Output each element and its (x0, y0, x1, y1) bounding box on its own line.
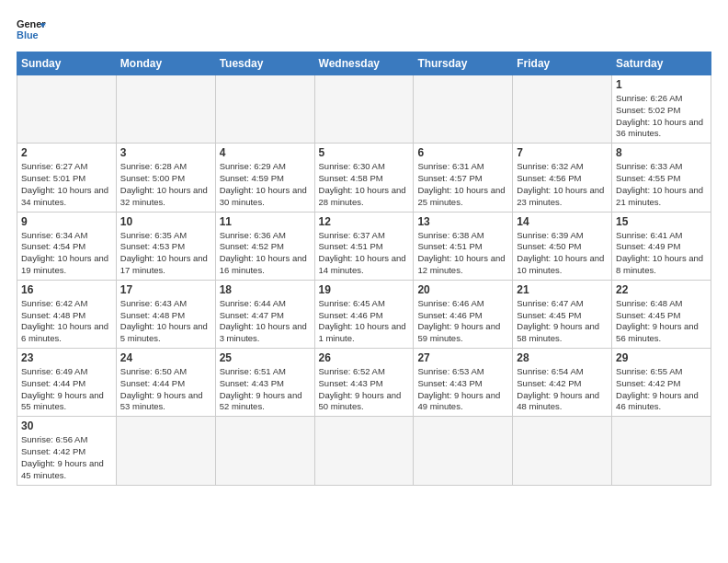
calendar-week-5: 23Sunrise: 6:49 AM Sunset: 4:44 PM Dayli… (17, 349, 711, 417)
calendar-cell: 16Sunrise: 6:42 AM Sunset: 4:48 PM Dayli… (17, 280, 117, 348)
day-info: Sunrise: 6:42 AM Sunset: 4:48 PM Dayligh… (21, 298, 112, 345)
day-number: 16 (21, 283, 112, 296)
calendar-cell: 15Sunrise: 6:41 AM Sunset: 4:49 PM Dayli… (612, 212, 711, 280)
day-info: Sunrise: 6:38 AM Sunset: 4:51 PM Dayligh… (417, 230, 508, 277)
calendar-cell: 9Sunrise: 6:34 AM Sunset: 4:54 PM Daylig… (17, 212, 117, 280)
day-info: Sunrise: 6:27 AM Sunset: 5:01 PM Dayligh… (21, 161, 112, 208)
day-number: 21 (517, 283, 608, 296)
calendar-cell: 8Sunrise: 6:33 AM Sunset: 4:55 PM Daylig… (612, 144, 711, 212)
day-info: Sunrise: 6:47 AM Sunset: 4:45 PM Dayligh… (517, 298, 608, 345)
day-info: Sunrise: 6:30 AM Sunset: 4:58 PM Dayligh… (319, 161, 410, 208)
day-info: Sunrise: 6:53 AM Sunset: 4:43 PM Dayligh… (417, 366, 508, 413)
day-info: Sunrise: 6:56 AM Sunset: 4:42 PM Dayligh… (21, 434, 112, 481)
day-number: 4 (220, 146, 311, 159)
day-info: Sunrise: 6:39 AM Sunset: 4:50 PM Dayligh… (517, 230, 608, 277)
calendar-cell: 18Sunrise: 6:44 AM Sunset: 4:47 PM Dayli… (215, 280, 314, 348)
calendar-cell: 28Sunrise: 6:54 AM Sunset: 4:42 PM Dayli… (513, 349, 612, 417)
calendar-cell (414, 417, 513, 485)
svg-text:Blue: Blue (17, 29, 39, 40)
calendar-cell (215, 75, 314, 144)
day-number: 7 (517, 146, 608, 159)
weekday-wednesday: Wednesday (314, 52, 414, 75)
day-number: 28 (517, 351, 608, 364)
day-number: 30 (21, 419, 112, 432)
calendar-cell: 27Sunrise: 6:53 AM Sunset: 4:43 PM Dayli… (414, 349, 513, 417)
day-info: Sunrise: 6:46 AM Sunset: 4:46 PM Dayligh… (417, 298, 508, 345)
calendar-cell: 13Sunrise: 6:38 AM Sunset: 4:51 PM Dayli… (414, 212, 513, 280)
day-info: Sunrise: 6:45 AM Sunset: 4:46 PM Dayligh… (319, 298, 410, 345)
calendar-cell: 22Sunrise: 6:48 AM Sunset: 4:45 PM Dayli… (612, 280, 711, 348)
weekday-sunday: Sunday (17, 52, 117, 75)
calendar-cell: 24Sunrise: 6:50 AM Sunset: 4:44 PM Dayli… (116, 349, 215, 417)
calendar-cell: 30Sunrise: 6:56 AM Sunset: 4:42 PM Dayli… (17, 417, 117, 485)
day-number: 2 (21, 146, 112, 159)
day-info: Sunrise: 6:26 AM Sunset: 5:02 PM Dayligh… (616, 93, 707, 140)
day-number: 19 (319, 283, 410, 296)
weekday-tuesday: Tuesday (215, 52, 314, 75)
day-info: Sunrise: 6:41 AM Sunset: 4:49 PM Dayligh… (616, 230, 707, 277)
calendar-table: SundayMondayTuesdayWednesdayThursdayFrid… (17, 52, 711, 486)
weekday-friday: Friday (513, 52, 612, 75)
calendar-cell: 26Sunrise: 6:52 AM Sunset: 4:43 PM Dayli… (314, 349, 414, 417)
day-number: 25 (220, 351, 311, 364)
weekday-thursday: Thursday (414, 52, 513, 75)
calendar-cell (314, 75, 414, 144)
calendar-cell: 1Sunrise: 6:26 AM Sunset: 5:02 PM Daylig… (612, 75, 711, 144)
generalblue-logo-icon: General Blue (17, 17, 46, 42)
day-info: Sunrise: 6:55 AM Sunset: 4:42 PM Dayligh… (616, 366, 707, 413)
day-number: 6 (417, 146, 508, 159)
day-number: 24 (120, 351, 211, 364)
day-number: 8 (616, 146, 707, 159)
day-info: Sunrise: 6:31 AM Sunset: 4:57 PM Dayligh… (417, 161, 508, 208)
calendar-cell: 21Sunrise: 6:47 AM Sunset: 4:45 PM Dayli… (513, 280, 612, 348)
calendar-cell: 3Sunrise: 6:28 AM Sunset: 5:00 PM Daylig… (116, 144, 215, 212)
calendar-cell: 14Sunrise: 6:39 AM Sunset: 4:50 PM Dayli… (513, 212, 612, 280)
day-number: 27 (417, 351, 508, 364)
day-number: 5 (319, 146, 410, 159)
day-number: 13 (417, 215, 508, 228)
header: General Blue (17, 17, 711, 42)
day-number: 9 (21, 215, 112, 228)
day-number: 18 (220, 283, 311, 296)
day-number: 12 (319, 215, 410, 228)
calendar-cell: 20Sunrise: 6:46 AM Sunset: 4:46 PM Dayli… (414, 280, 513, 348)
day-info: Sunrise: 6:34 AM Sunset: 4:54 PM Dayligh… (21, 230, 112, 277)
day-info: Sunrise: 6:49 AM Sunset: 4:44 PM Dayligh… (21, 366, 112, 413)
day-info: Sunrise: 6:52 AM Sunset: 4:43 PM Dayligh… (319, 366, 410, 413)
day-info: Sunrise: 6:33 AM Sunset: 4:55 PM Dayligh… (616, 161, 707, 208)
day-info: Sunrise: 6:51 AM Sunset: 4:43 PM Dayligh… (220, 366, 311, 413)
calendar-cell: 10Sunrise: 6:35 AM Sunset: 4:53 PM Dayli… (116, 212, 215, 280)
calendar-cell: 19Sunrise: 6:45 AM Sunset: 4:46 PM Dayli… (314, 280, 414, 348)
day-info: Sunrise: 6:32 AM Sunset: 4:56 PM Dayligh… (517, 161, 608, 208)
calendar-cell (17, 75, 117, 144)
day-info: Sunrise: 6:44 AM Sunset: 4:47 PM Dayligh… (220, 298, 311, 345)
calendar-cell (414, 75, 513, 144)
calendar-cell: 17Sunrise: 6:43 AM Sunset: 4:48 PM Dayli… (116, 280, 215, 348)
calendar-cell: 29Sunrise: 6:55 AM Sunset: 4:42 PM Dayli… (612, 349, 711, 417)
calendar-week-3: 9Sunrise: 6:34 AM Sunset: 4:54 PM Daylig… (17, 212, 711, 280)
day-number: 23 (21, 351, 112, 364)
calendar-cell: 23Sunrise: 6:49 AM Sunset: 4:44 PM Dayli… (17, 349, 117, 417)
day-info: Sunrise: 6:28 AM Sunset: 5:00 PM Dayligh… (120, 161, 211, 208)
day-number: 26 (319, 351, 410, 364)
weekday-saturday: Saturday (612, 52, 711, 75)
day-info: Sunrise: 6:54 AM Sunset: 4:42 PM Dayligh… (517, 366, 608, 413)
day-info: Sunrise: 6:37 AM Sunset: 4:51 PM Dayligh… (319, 230, 410, 277)
weekday-monday: Monday (116, 52, 215, 75)
calendar-cell (116, 417, 215, 485)
calendar-cell: 4Sunrise: 6:29 AM Sunset: 4:59 PM Daylig… (215, 144, 314, 212)
logo: General Blue (17, 17, 46, 42)
calendar-cell: 25Sunrise: 6:51 AM Sunset: 4:43 PM Dayli… (215, 349, 314, 417)
day-number: 14 (517, 215, 608, 228)
calendar-cell (215, 417, 314, 485)
day-number: 17 (120, 283, 211, 296)
day-number: 29 (616, 351, 707, 364)
calendar-cell: 7Sunrise: 6:32 AM Sunset: 4:56 PM Daylig… (513, 144, 612, 212)
day-info: Sunrise: 6:48 AM Sunset: 4:45 PM Dayligh… (616, 298, 707, 345)
day-number: 15 (616, 215, 707, 228)
calendar-cell (513, 75, 612, 144)
calendar-cell: 6Sunrise: 6:31 AM Sunset: 4:57 PM Daylig… (414, 144, 513, 212)
day-number: 1 (616, 78, 707, 91)
calendar-cell (116, 75, 215, 144)
calendar-cell: 11Sunrise: 6:36 AM Sunset: 4:52 PM Dayli… (215, 212, 314, 280)
